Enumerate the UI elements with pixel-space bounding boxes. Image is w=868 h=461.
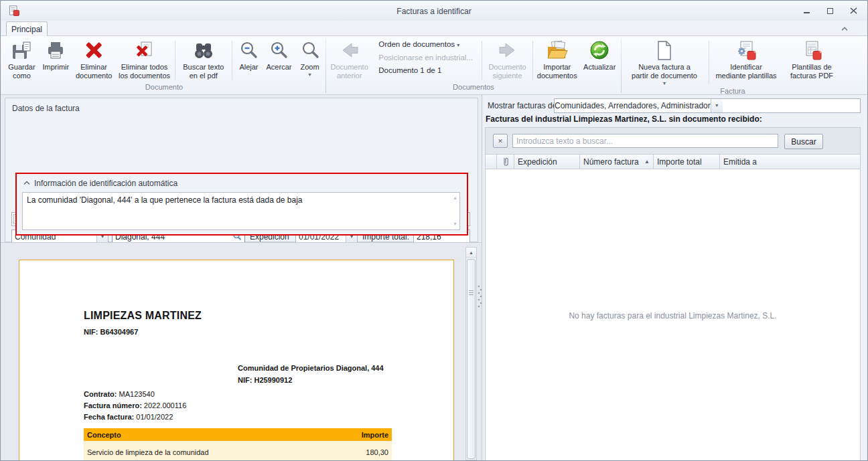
clear-icon: ✕ [498, 138, 503, 145]
grid-empty-message: No hay facturas para el industrial Limpi… [486, 311, 860, 320]
column-header-expedicion[interactable]: Expedición [514, 155, 580, 169]
ribbon-group-documentos: Documento anterior Orden de documentos ▾… [327, 37, 620, 94]
main-content: Datos de la factura Industrial ▾ Limpiez… [1, 95, 867, 460]
title-bar: Facturas a identificar [1, 1, 867, 21]
importe-total-header-label: Importe total [657, 157, 702, 167]
pdf-templates-icon [802, 40, 822, 61]
plantillas-pdf-button[interactable]: Plantillas de facturas PDF [781, 38, 843, 87]
plantillas-pdf-label: Plantillas de facturas PDF [790, 63, 833, 80]
documento-count-label: Documento 1 de 1 [378, 66, 441, 74]
doc-client-nif: NIF: H25990912 [238, 376, 292, 384]
actualizar-button[interactable]: Actualizar [579, 38, 620, 83]
doc-date-label: Fecha factura: [84, 413, 134, 421]
separator [532, 41, 533, 80]
documento-siguiente-button: Documento siguiente [484, 38, 530, 83]
tab-principal[interactable]: Principal [6, 21, 48, 36]
imprimir-button[interactable]: Imprimir [40, 38, 72, 83]
clear-search-button[interactable]: ✕ [493, 134, 508, 148]
documento-siguiente-label: Documento siguiente [488, 63, 526, 80]
ribbon: Guardar como Imprimir [1, 35, 867, 95]
doc-table-body: Servicio de limpieza de la comunidad 180… [84, 441, 392, 460]
app-window: Facturas a identificar Principal [0, 0, 868, 461]
zoom-out-icon [238, 40, 259, 61]
documento-anterior-button: Documento anterior [327, 38, 372, 83]
chevron-down-icon: ▾ [663, 80, 666, 87]
auto-identification-message-box[interactable]: La comunidad 'Diagonal, 444' a la que pe… [22, 192, 460, 230]
close-icon [850, 7, 857, 14]
ribbon-collapse-button[interactable] [839, 25, 850, 33]
combo-dropdown-button[interactable]: ▾ [711, 99, 723, 112]
buscar-button[interactable]: Buscar [784, 134, 823, 149]
pdf-page[interactable]: LIMPIEZAS MARTINEZ NIF: B64304967 Comuni… [19, 260, 454, 461]
scroll-down-icon[interactable]: ▼ [453, 221, 457, 227]
chevron-down-icon: ▾ [308, 72, 311, 78]
facturas-title: Facturas del industrial Limpiezas Martin… [486, 114, 762, 124]
scroll-up-icon: ▲ [469, 250, 474, 255]
sort-ascending-icon: ▲ [644, 159, 650, 165]
chevron-up-icon [841, 26, 849, 31]
buscar-texto-button[interactable]: Buscar texto en el pdf [177, 38, 230, 83]
column-header-numero-factura[interactable]: Número factura ▲ [580, 155, 654, 169]
importar-documentos-label: Importar documentos [537, 63, 577, 80]
panel-splitter-handle[interactable] [478, 284, 482, 310]
numero-factura-header-label: Número factura [583, 157, 639, 167]
auto-identification-group: Información de identificación automática… [15, 173, 468, 236]
collapse-caret-icon[interactable] [23, 181, 30, 185]
arrow-left-icon [339, 40, 360, 61]
column-header-emitida-a[interactable]: Emitida a [720, 155, 860, 169]
zoom-dropdown-button[interactable]: Zoom ▾ [295, 38, 325, 83]
identificar-plantillas-button[interactable]: Identificar mediante plantillas [711, 38, 781, 87]
invoices-panel: Mostrar facturas de: Comunidades, Arrend… [483, 95, 867, 460]
magnifier-icon [300, 40, 320, 61]
eliminar-todos-label: Eliminar todos los documentos [119, 63, 170, 80]
column-header-importe-total[interactable]: Importe total [654, 155, 720, 169]
doc-concept-table: Concepto Importe Servicio de limpieza de… [84, 428, 392, 460]
group-caption-documentos: Documentos [327, 83, 620, 94]
alejar-button[interactable]: Alejar [234, 38, 263, 83]
delete-all-documents-icon [134, 40, 155, 61]
posicionarse-label: Posicionarse en industrial... [378, 54, 473, 62]
eliminar-todos-button[interactable]: Eliminar todos los documentos [116, 38, 172, 83]
mostrar-facturas-combo[interactable]: Comunidades, Arrendadores, Administrador… [554, 98, 861, 113]
doc-contract-label: Contrato: [84, 390, 117, 398]
actualizar-label: Actualizar [583, 63, 616, 72]
buscar-label: Buscar [791, 137, 816, 147]
separator [709, 41, 709, 84]
refresh-icon [589, 40, 610, 61]
nueva-factura-button[interactable]: Nueva factura a partir de documento ▾ [622, 38, 707, 87]
acercar-label: Acercar [267, 63, 292, 72]
orden-documentos-button[interactable]: Orden de documentos ▾ [378, 40, 473, 49]
doc-contract-row: Contrato: MA123540 [84, 390, 155, 398]
attachment-column-header[interactable] [497, 155, 514, 169]
search-input[interactable] [512, 134, 778, 148]
scrollbar-thumb[interactable] [467, 259, 476, 459]
doc-col-concepto: Concepto [87, 431, 121, 439]
minimize-icon [804, 12, 810, 13]
doc-row-concepto: Servicio de limpieza de la comunidad [87, 448, 209, 456]
doc-col-importe: Importe [362, 431, 388, 439]
guardar-como-button[interactable]: Guardar como [3, 38, 40, 83]
scroll-up-button[interactable]: ▲ [466, 248, 476, 258]
minimize-button[interactable] [802, 7, 811, 14]
mostrar-facturas-value: Comunidades, Arrendadores, Administrador [555, 101, 711, 110]
close-button[interactable] [849, 7, 858, 14]
pdf-scrollbar[interactable]: ▲ [465, 247, 477, 460]
grid-body[interactable]: No hay facturas para el industrial Limpi… [485, 169, 861, 460]
eliminar-documento-button[interactable]: Eliminar documento [72, 38, 117, 83]
identify-templates-icon [736, 40, 756, 61]
guardar-como-label: Guardar como [8, 63, 35, 80]
import-folder-icon [546, 40, 569, 61]
nueva-factura-label: Nueva factura a partir de documento [632, 63, 697, 80]
auto-identification-caption[interactable]: Información de identificación automática [34, 179, 177, 188]
invoice-data-panel: Datos de la factura Industrial ▾ Limpiez… [1, 95, 482, 460]
importar-documentos-button[interactable]: Importar documentos [535, 38, 579, 83]
scroll-up-icon[interactable]: ▲ [453, 195, 457, 201]
doc-table-header: Concepto Importe [84, 428, 392, 441]
documento-anterior-label: Documento anterior [331, 63, 368, 80]
restore-button[interactable] [826, 7, 835, 14]
chevron-down-icon: ▾ [715, 102, 718, 109]
buscar-texto-label: Buscar texto en el pdf [183, 63, 224, 80]
acercar-button[interactable]: Acercar [263, 38, 295, 83]
scrollbar-grip [469, 290, 474, 296]
posicionarse-button: Posicionarse en industrial... [378, 54, 473, 62]
